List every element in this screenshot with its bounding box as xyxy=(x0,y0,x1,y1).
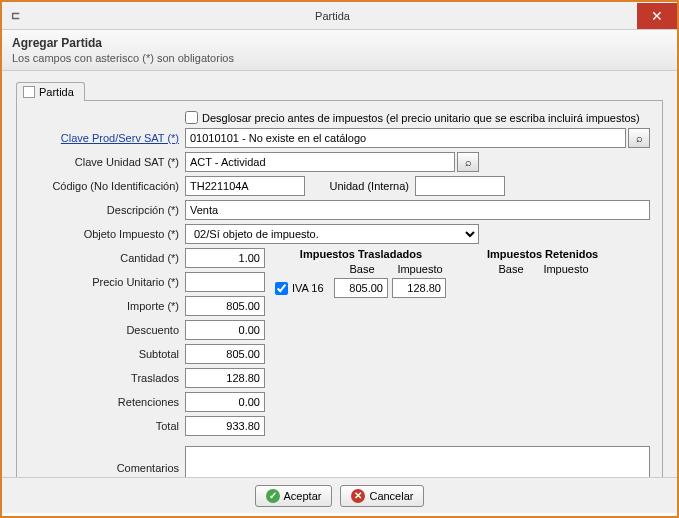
impuesto-header: Impuesto xyxy=(393,263,447,275)
cantidad-label: Cantidad (*) xyxy=(29,252,185,264)
clave-prodserv-input[interactable] xyxy=(185,128,626,148)
total-input xyxy=(185,416,265,436)
objeto-impuesto-select[interactable]: 02/Sí objeto de impuesto. xyxy=(185,224,479,244)
header-subtitle: Los campos con asterisco (*) son obligat… xyxy=(12,52,667,64)
clave-unidad-lookup-button[interactable]: ⌕ xyxy=(457,152,479,172)
descripcion-label: Descripción (*) xyxy=(29,204,185,216)
impuestos-retenidos: Impuestos Retenidos Base Impuesto xyxy=(487,248,598,440)
tab-label: Partida xyxy=(39,86,74,98)
desglosar-checkbox[interactable] xyxy=(185,111,198,124)
objeto-impuesto-label: Objeto Impuesto (*) xyxy=(29,228,185,240)
precio-label: Precio Unitario (*) xyxy=(29,276,185,288)
impuestos-trasladados: Impuestos Trasladados Base Impuesto IVA … xyxy=(275,248,447,440)
subtotal-label: Subtotal xyxy=(29,348,185,360)
descuento-label: Descuento xyxy=(29,324,185,336)
lookup-icon: ⌕ xyxy=(636,132,643,144)
window-title: Partida xyxy=(28,10,637,22)
codigo-input[interactable] xyxy=(185,176,305,196)
desglosar-label: Desglosar precio antes de impuestos (el … xyxy=(202,112,640,124)
cancel-button[interactable]: ✕ Cancelar xyxy=(340,485,424,507)
cancel-icon: ✕ xyxy=(351,489,365,503)
clave-prodserv-link[interactable]: Clave Prod/Serv SAT (*) xyxy=(61,132,179,144)
impuesto-header-ret: Impuesto xyxy=(539,263,593,275)
codigo-label: Código (No Identificación) xyxy=(29,180,185,192)
unidad-interna-input[interactable] xyxy=(415,176,505,196)
iva16-base-input[interactable] xyxy=(334,278,388,298)
traslados-label: Traslados xyxy=(29,372,185,384)
close-icon: ✕ xyxy=(651,8,663,24)
retenidos-title: Impuestos Retenidos xyxy=(487,248,598,260)
clave-unidad-input[interactable] xyxy=(185,152,455,172)
importe-label: Importe (*) xyxy=(29,300,185,312)
iva16-label: IVA 16 xyxy=(292,282,330,294)
retenciones-label: Retenciones xyxy=(29,396,185,408)
close-button[interactable]: ✕ xyxy=(637,3,677,29)
descuento-input[interactable] xyxy=(185,320,265,340)
iva16-impuesto-input xyxy=(392,278,446,298)
tab-icon xyxy=(23,86,35,98)
iva16-checkbox[interactable] xyxy=(275,282,288,295)
trasladados-title: Impuestos Trasladados xyxy=(275,248,447,260)
accept-button[interactable]: ✓ Aceptar xyxy=(255,485,333,507)
importe-input xyxy=(185,296,265,316)
content: Partida Desglosar precio antes de impues… xyxy=(2,71,677,477)
tab-partida[interactable]: Partida xyxy=(16,82,85,101)
subtotal-input xyxy=(185,344,265,364)
panel: Desglosar precio antes de impuestos (el … xyxy=(16,100,663,477)
unidad-interna-label: Unidad (Interna) xyxy=(305,180,415,192)
descripcion-input[interactable] xyxy=(185,200,650,220)
comentarios-label: Comentarios xyxy=(29,446,185,474)
titlebar: ⊏ Partida ✕ xyxy=(2,2,677,30)
app-icon: ⊏ xyxy=(8,9,22,23)
accept-label: Aceptar xyxy=(284,490,322,502)
header-title: Agregar Partida xyxy=(12,36,667,50)
header: Agregar Partida Los campos con asterisco… xyxy=(2,30,677,71)
traslados-input xyxy=(185,368,265,388)
check-icon: ✓ xyxy=(266,489,280,503)
clave-unidad-label: Clave Unidad SAT (*) xyxy=(29,156,185,168)
clave-prodserv-lookup-button[interactable]: ⌕ xyxy=(628,128,650,148)
lookup-icon: ⌕ xyxy=(465,156,472,168)
cantidad-input[interactable] xyxy=(185,248,265,268)
retenciones-input xyxy=(185,392,265,412)
base-header-ret: Base xyxy=(487,263,535,275)
footer: ✓ Aceptar ✕ Cancelar xyxy=(2,477,677,513)
base-header: Base xyxy=(335,263,389,275)
precio-input[interactable] xyxy=(185,272,265,292)
cancel-label: Cancelar xyxy=(369,490,413,502)
total-label: Total xyxy=(29,420,185,432)
comentarios-input[interactable] xyxy=(185,446,650,477)
